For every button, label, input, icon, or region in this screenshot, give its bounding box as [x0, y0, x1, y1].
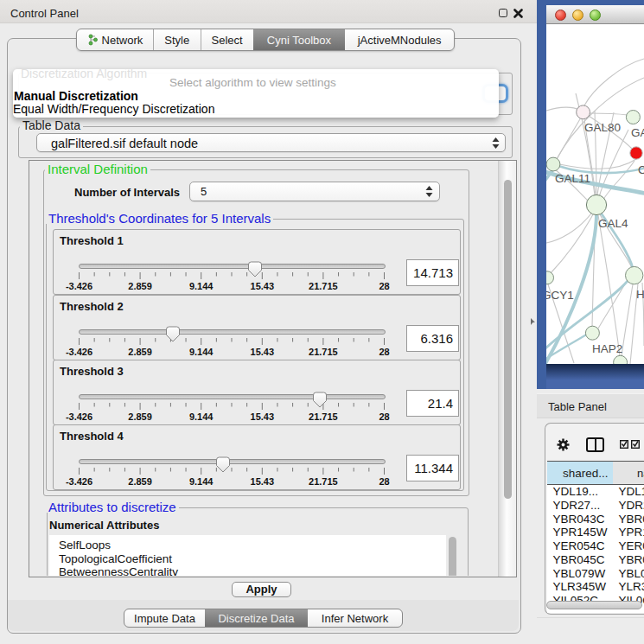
svg-text:GCY1: GCY1 [546, 289, 574, 302]
svg-text:GAL80: GAL80 [584, 121, 621, 134]
svg-text:HAP2: HAP2 [592, 342, 622, 355]
svg-text:GAL11: GAL11 [555, 172, 590, 185]
svg-text:GAL3: GAL3 [631, 126, 644, 139]
svg-text:GAL4: GAL4 [598, 217, 628, 230]
svg-text:HA: HA [636, 288, 644, 301]
svg-text:CAL: CAL [638, 163, 644, 176]
